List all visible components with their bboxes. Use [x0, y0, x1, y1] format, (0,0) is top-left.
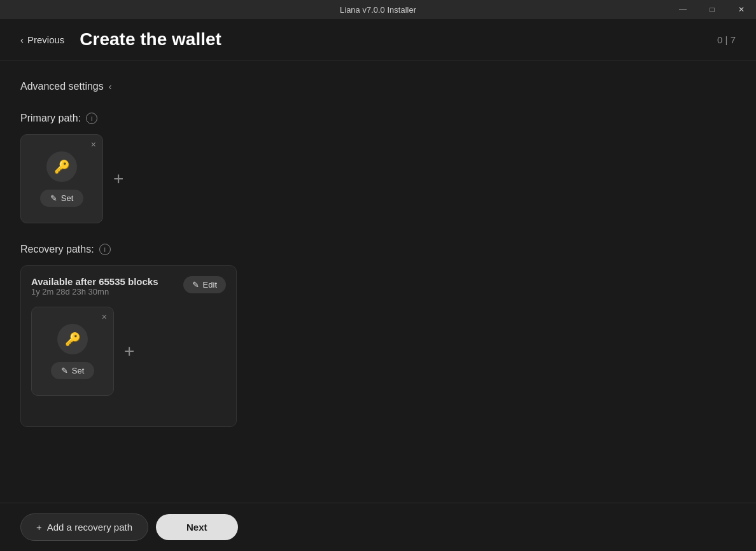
key-symbol: 🔑: [65, 331, 81, 347]
chevron-left-icon: ‹: [20, 34, 24, 45]
primary-path-section: Primary path: i: [20, 113, 736, 124]
titlebar: Liana v7.0.0 Installer — □ ✕: [0, 0, 756, 19]
maximize-button[interactable]: □: [697, 0, 727, 19]
content-area: Advanced settings ‹ Primary path: i × 🔑 …: [0, 60, 756, 503]
primary-key-close-button[interactable]: ×: [91, 140, 96, 149]
previous-button[interactable]: ‹ Previous: [20, 34, 64, 45]
add-recovery-label: Add a recovery path: [47, 522, 132, 533]
page-title: Create the wallet: [80, 29, 221, 50]
recovery-key-set-button[interactable]: ✎ Set: [51, 362, 95, 379]
recovery-key-card-0: × 🔑 ✎ Set: [31, 307, 114, 396]
advanced-settings-label: Advanced settings: [20, 81, 104, 92]
recovery-edit-button[interactable]: ✎ Edit: [183, 276, 226, 293]
add-recovery-path-button[interactable]: + Add a recovery path: [20, 513, 148, 541]
edit-label: Edit: [203, 280, 217, 289]
recovery-card-header: Available after 65535 blocks 1y 2m 28d 2…: [31, 276, 226, 304]
primary-add-key-button[interactable]: +: [113, 169, 123, 189]
next-button[interactable]: Next: [156, 514, 238, 540]
page-count: 0 | 7: [717, 34, 736, 45]
bottom-bar: + Add a recovery path Next: [0, 503, 756, 551]
recovery-key-set-label: Set: [72, 366, 85, 375]
recovery-card-0: Available after 65535 blocks 1y 2m 28d 2…: [20, 265, 237, 427]
recovery-key-icon: 🔑: [57, 324, 88, 354]
plus-icon: +: [36, 522, 42, 533]
topbar: ‹ Previous Create the wallet 0 | 7: [0, 19, 756, 60]
primary-path-row: × 🔑 ✎ Set +: [20, 134, 736, 223]
recovery-path-row-0: × 🔑 ✎ Set +: [31, 307, 226, 396]
recovery-paths-info-icon[interactable]: i: [99, 244, 111, 255]
recovery-card-text: Available after 65535 blocks 1y 2m 28d 2…: [31, 276, 158, 304]
primary-path-label: Primary path:: [20, 113, 81, 124]
previous-label: Previous: [27, 34, 64, 45]
recovery-paths-label: Recovery paths:: [20, 244, 94, 255]
close-button[interactable]: ✕: [727, 0, 756, 19]
key-icon: 🔑: [46, 151, 77, 182]
pencil-icon: ✎: [50, 193, 57, 203]
pencil-icon: ✎: [61, 366, 68, 375]
recovery-card-subtitle: 1y 2m 28d 23h 30mn: [31, 287, 158, 296]
recovery-card-title: Available after 65535 blocks: [31, 276, 158, 287]
primary-key-card: × 🔑 ✎ Set: [20, 134, 103, 223]
primary-path-info-icon[interactable]: i: [86, 113, 97, 124]
primary-key-set-label: Set: [61, 193, 74, 203]
minimize-button[interactable]: —: [668, 0, 697, 19]
titlebar-title: Liana v7.0.0 Installer: [340, 5, 416, 15]
recovery-key-close-button[interactable]: ×: [102, 312, 107, 321]
recovery-paths-section: Recovery paths: i: [20, 244, 736, 255]
chevron-left-icon: ‹: [109, 81, 112, 92]
recovery-add-key-button[interactable]: +: [124, 341, 134, 361]
advanced-settings-toggle[interactable]: Advanced settings ‹: [20, 81, 736, 92]
primary-key-set-button[interactable]: ✎ Set: [40, 190, 84, 207]
key-symbol: 🔑: [54, 159, 70, 174]
main-content: ‹ Previous Create the wallet 0 | 7 Advan…: [0, 19, 756, 551]
titlebar-controls: — □ ✕: [668, 0, 756, 19]
edit-pencil-icon: ✎: [192, 280, 199, 289]
